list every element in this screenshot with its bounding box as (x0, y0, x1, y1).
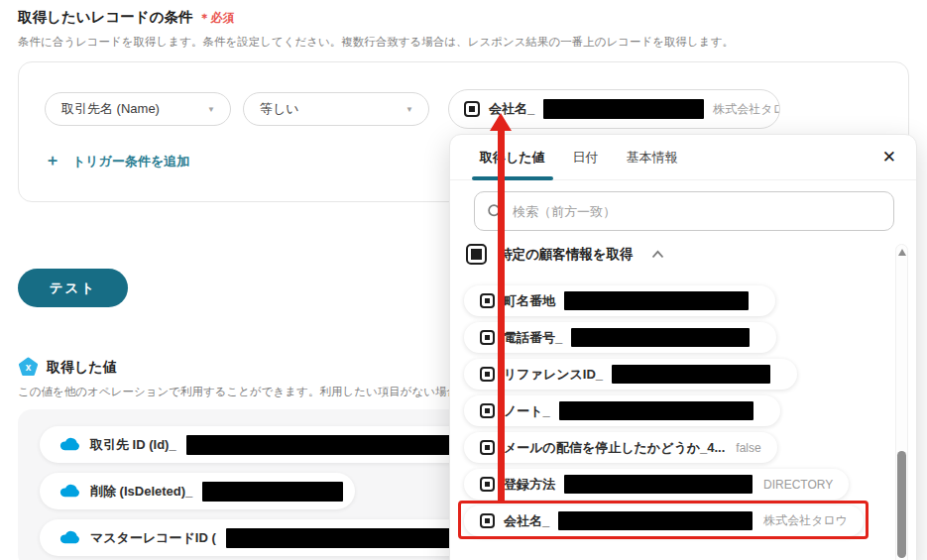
redacted-value (202, 482, 343, 502)
output-variable-icon (480, 513, 495, 528)
popup-search-box[interactable] (474, 191, 894, 231)
value-picker-popup: 取得した値 日付 基本情報 ✕ 特定の顧客情報を取得 町名番地 (449, 134, 917, 560)
chevron-down-icon: ▼ (207, 105, 215, 114)
popup-item[interactable]: 登録方法 DIRECTORY (464, 469, 849, 500)
redacted-value (564, 475, 753, 494)
operator-select[interactable]: 等しい ▼ (243, 92, 429, 126)
redacted-value (558, 511, 753, 530)
output-variable-icon (480, 293, 495, 308)
popup-item[interactable]: ノート_ (464, 395, 780, 426)
output-variable-icon (480, 440, 495, 455)
value-preview: 株式会社タロ (713, 101, 780, 118)
popup-item-label: 町名番地 (504, 292, 555, 310)
redacted-value (612, 365, 770, 384)
add-trigger-condition-link[interactable]: ＋ トリガー条件を追加 (45, 151, 189, 171)
popup-item-label: メールの配信を停止したかどうか_4... (504, 439, 725, 457)
redacted-value (564, 291, 749, 310)
output-value-row[interactable]: 削除 (IsDeleted)_ (40, 473, 355, 509)
salesforce-cloud-icon (59, 484, 80, 499)
popup-item-value: DIRECTORY (763, 478, 833, 492)
popup-item-label: リファレンスID_ (504, 366, 603, 384)
redacted-value (226, 528, 452, 548)
popup-item-selected[interactable]: 会社名_ 株式会社タロウ (464, 505, 864, 536)
svg-text:x: x (26, 362, 32, 373)
popup-scrollbar-thumb[interactable] (897, 451, 906, 558)
output-row-label: 削除 (IsDeleted)_ (90, 483, 192, 501)
chevron-up-icon (651, 250, 664, 259)
salesforce-cloud-icon (59, 437, 80, 452)
popup-item[interactable]: メールの配信を停止したかどうか_4... false (464, 432, 777, 463)
tab-retrieved-values[interactable]: 取得した値 (480, 135, 545, 180)
redacted-value (571, 328, 750, 347)
group-header-label: 特定の顧客情報を取得 (499, 246, 634, 264)
popup-item[interactable]: 町名番地 (464, 285, 775, 316)
search-input[interactable] (513, 204, 881, 219)
tab-date[interactable]: 日付 (573, 135, 599, 180)
page: 取得したいレコードの条件＊必須 条件に合うレコードを取得します。条件を設定してく… (0, 0, 927, 560)
popup-item[interactable]: 電話番号_ (464, 322, 776, 353)
scroll-up-arrow-icon[interactable] (898, 249, 906, 256)
output-value-row[interactable]: マスターレコードID ( (40, 519, 472, 556)
popup-item-value: 株式会社タロウ (763, 512, 848, 529)
output-variable-icon (480, 367, 495, 382)
popup-group-header[interactable]: 特定の顧客情報を取得 (466, 244, 664, 265)
chevron-down-icon: ▼ (406, 105, 413, 114)
output-row-label: 取引先 ID (Id)_ (90, 436, 176, 454)
output-badge-icon: x (18, 357, 39, 378)
output-variable-icon (466, 244, 487, 265)
salesforce-cloud-icon (59, 530, 80, 545)
section-title-conditions: 取得したいレコードの条件＊必須 (18, 8, 234, 27)
popup-item-value: false (736, 441, 760, 455)
output-section-header: x 取得した値 (18, 357, 117, 378)
output-row-label: マスターレコードID ( (90, 529, 216, 547)
required-badge: ＊必須 (198, 11, 234, 25)
redacted-value (559, 401, 753, 420)
annotation-arrow-head (490, 113, 512, 131)
redacted-value (186, 435, 476, 455)
redacted-value (543, 99, 704, 119)
conditions-title-text: 取得したいレコードの条件 (18, 9, 192, 25)
test-button[interactable]: テスト (18, 269, 128, 307)
annotation-arrow-shaft (498, 130, 505, 503)
popup-tabbar: 取得した値 日付 基本情報 ✕ (450, 135, 916, 180)
popup-item-label: ノート_ (504, 402, 550, 420)
tab-basic-info[interactable]: 基本情報 (627, 135, 678, 180)
add-trigger-condition-label: トリガー条件を追加 (72, 153, 189, 170)
operator-select-value: 等しい (260, 100, 299, 118)
output-variable-icon (480, 330, 495, 345)
popup-item-label: 電話番号_ (504, 329, 562, 347)
output-section-title: 取得した値 (47, 359, 117, 377)
popup-item-label: 登録方法 (504, 476, 555, 494)
output-variable-icon (480, 403, 495, 418)
output-variable-icon (480, 477, 495, 492)
popup-item-label: 会社名_ (504, 512, 549, 530)
close-icon[interactable]: ✕ (882, 149, 896, 166)
conditions-description: 条件に合うレコードを取得します。条件を設定してください。複数行合致する場合は、レ… (18, 35, 734, 50)
field-select[interactable]: 取引先名 (Name) ▼ (45, 92, 231, 126)
plus-icon: ＋ (45, 151, 60, 171)
output-variable-icon (464, 101, 480, 117)
popup-item[interactable]: リファレンスID_ (464, 359, 797, 390)
field-select-value: 取引先名 (Name) (61, 100, 160, 118)
